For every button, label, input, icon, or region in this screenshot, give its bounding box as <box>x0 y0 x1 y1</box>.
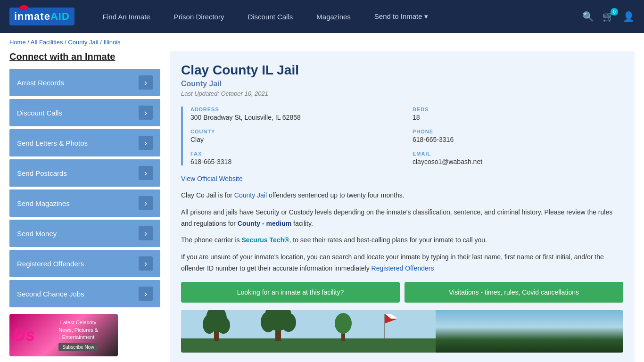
nav-send-to-inmate[interactable]: Send to Inmate ▾ <box>365 12 438 21</box>
chevron-right-icon: › <box>139 196 153 210</box>
sidebar-item-arrest-records[interactable]: Arrest Records › <box>9 69 160 96</box>
visitations-button[interactable]: Visitations - times, rules, Covid cancel… <box>405 282 623 303</box>
nav-discount-calls[interactable]: Discount Calls <box>238 13 302 21</box>
action-buttons: Looking for an inmate at this facility? … <box>181 282 623 303</box>
sidebar-item-send-postcards[interactable]: Send Postcards › <box>9 159 160 187</box>
svg-point-5 <box>217 317 230 334</box>
chevron-right-icon: › <box>139 106 153 120</box>
registered-offenders-link[interactable]: Registered Offenders <box>372 264 434 272</box>
facility-updated: Last Updated: October 10, 2021 <box>181 90 623 97</box>
desc-paragraph-1: Clay Co Jail is for County Jail offender… <box>181 190 623 201</box>
official-website-link[interactable]: View Official Website <box>181 175 243 182</box>
breadcrumb-all-facilities[interactable]: All Facilities <box>31 39 63 46</box>
svg-point-4 <box>203 315 216 334</box>
chevron-right-icon: › <box>139 226 153 240</box>
desc-paragraph-2: All prisons and jails have Security or C… <box>181 207 623 230</box>
sidebar-item-discount-calls[interactable]: Discount Calls › <box>9 99 160 126</box>
svg-rect-12 <box>384 314 385 338</box>
svg-rect-1 <box>181 338 436 353</box>
breadcrumb: Home / All Facilities / County Jail / Il… <box>0 33 644 51</box>
logo-text: inmateAID <box>14 10 70 22</box>
sidebar-item-registered-offenders[interactable]: Registered Offenders › <box>9 250 160 277</box>
county-medium-link[interactable]: County - medium <box>238 220 291 227</box>
search-icon[interactable]: 🔍 <box>582 11 594 22</box>
sidebar-item-send-money[interactable]: Send Money › <box>9 220 160 247</box>
find-inmate-button[interactable]: Looking for an inmate at this facility? <box>181 282 400 303</box>
facility-image-preview <box>181 310 623 353</box>
sidebar-item-send-letters[interactable]: Send Letters & Photos › <box>9 129 160 156</box>
facility-subtitle: County Jail <box>181 80 623 88</box>
nav-links: Find An Inmate Prison Directory Discount… <box>93 12 582 21</box>
ad-subscribe-button[interactable]: Subscribe Now <box>58 343 98 351</box>
site-logo[interactable]: inmateAID <box>9 8 74 25</box>
sidebar-item-second-chance-jobs[interactable]: Second Chance Jobs › <box>9 280 160 307</box>
email-block: EMAIL claycoso1@wabash.net <box>413 151 623 165</box>
facility-image-svg <box>181 310 436 353</box>
securus-tech-link[interactable]: Securus Tech® <box>241 236 289 244</box>
desc-paragraph-3: The phone carrier is Securus Tech®, to s… <box>181 235 623 246</box>
county-block: COUNTY Clay <box>190 129 401 143</box>
svg-point-11 <box>335 313 352 334</box>
beds-block: BEDS 18 <box>413 107 623 121</box>
facility-info-grid: ADDRESS 300 Broadway St, Louisville, IL … <box>181 107 623 165</box>
chevron-right-icon: › <box>139 136 153 150</box>
breadcrumb-state[interactable]: Illinois <box>103 39 120 46</box>
chevron-right-icon: › <box>139 256 153 271</box>
nav-icons: 🔍 🛒 0 👤 <box>582 11 635 22</box>
ad-logo: Us <box>9 321 39 349</box>
facility-description: Clay Co Jail is for County Jail offender… <box>181 190 623 274</box>
nav-magazines[interactable]: Magazines <box>307 13 360 21</box>
breadcrumb-home[interactable]: Home <box>9 39 26 46</box>
chevron-right-icon: › <box>139 75 153 90</box>
facility-title: Clay County IL Jail <box>181 63 623 78</box>
desc-paragraph-4: If you are unsure of your inmate's locat… <box>181 252 623 274</box>
chevron-right-icon: › <box>139 166 153 180</box>
user-icon[interactable]: 👤 <box>623 11 635 22</box>
cart-badge-count: 0 <box>611 8 618 16</box>
breadcrumb-county-jail[interactable]: County Jail <box>68 39 98 46</box>
fax-block: FAX 618-665-3318 <box>190 151 401 165</box>
cart-icon[interactable]: 🛒 0 <box>603 11 614 22</box>
sidebar-item-send-magazines[interactable]: Send Magazines › <box>9 189 160 217</box>
svg-point-8 <box>261 312 276 332</box>
advertisement-banner[interactable]: Us Latest Celebrity News, Pictures & Ent… <box>9 314 118 356</box>
phone-block: PHONE 618-665-3316 <box>413 129 623 143</box>
ad-text: Latest Celebrity News, Pictures & Entert… <box>39 319 118 351</box>
nav-find-inmate[interactable]: Find An Inmate <box>93 13 160 21</box>
sidebar: Connect with an Inmate Arrest Records › … <box>9 51 160 362</box>
address-block: ADDRESS 300 Broadway St, Louisville, IL … <box>190 107 401 121</box>
chevron-right-icon: › <box>139 287 153 301</box>
facility-content: Clay County IL Jail County Jail Last Upd… <box>170 51 635 362</box>
sidebar-title: Connect with an Inmate <box>9 51 160 62</box>
svg-point-9 <box>281 313 296 332</box>
county-jail-link[interactable]: County Jail <box>234 191 267 199</box>
main-container: Connect with an Inmate Arrest Records › … <box>0 51 644 362</box>
nav-prison-directory[interactable]: Prison Directory <box>165 13 234 21</box>
